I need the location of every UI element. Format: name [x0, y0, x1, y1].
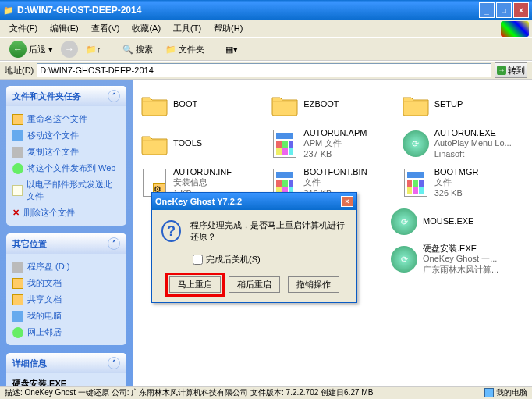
menu-view[interactable]: 查看(V): [85, 21, 126, 36]
chevron-up-icon: ˄: [108, 357, 120, 369]
file-icon: [271, 130, 299, 158]
windows-logo-icon: [501, 21, 529, 37]
rename-icon: [12, 114, 23, 125]
minimize-button[interactable]: _: [479, 2, 495, 18]
task-publish[interactable]: 将这个文件发布到 Web: [12, 160, 120, 176]
file-item[interactable]: ⟳硬盘安装.EXEOneKey Ghost 一...广东雨林木风计算...: [390, 242, 498, 276]
folder-icon: 📁: [3, 5, 14, 16]
file-item[interactable]: ⟳AUTORUN.EXEAutoPlay Menu Lo...Linasoft: [402, 126, 524, 161]
file-label: BOOT: [173, 99, 197, 109]
places-header[interactable]: 其它位置 ˄: [6, 233, 126, 254]
menu-help[interactable]: 帮助(H): [207, 21, 249, 36]
computer-icon: [484, 388, 494, 397]
window-titlebar: 📁 D:\WIN7-GHOST-DEEP-2014 _ □ ×: [0, 0, 532, 20]
menubar: 文件(F) 编辑(E) 查看(V) 收藏(A) 工具(T) 帮助(H): [0, 20, 532, 37]
dialog-title: OneKey Ghost Y7.2.2: [155, 197, 242, 206]
back-icon: ←: [9, 41, 27, 58]
shutdown-label: 完成后关机(S): [206, 254, 261, 265]
tasks-panel: 文件和文件夹任务 ˄ 重命名这个文件 移动这个文件 复制这个文件 将这个文件发布…: [6, 86, 126, 226]
detail-filename: 硬盘安装.EXE: [12, 378, 120, 386]
close-button[interactable]: ×: [513, 2, 529, 18]
computer-icon: [12, 311, 23, 322]
file-label: AUTORUN.EXEAutoPlay Menu Lo...Linasoft: [434, 128, 512, 159]
place-documents[interactable]: 我的文档: [12, 275, 120, 291]
address-input[interactable]: [37, 63, 491, 77]
restart-later-button[interactable]: 稍后重启: [229, 276, 280, 293]
status-location: 我的电脑: [484, 387, 527, 398]
folder-icon: [140, 91, 168, 119]
address-label: 地址(D): [5, 65, 34, 77]
menu-tools[interactable]: 工具(T): [167, 21, 207, 36]
file-label: SETUP: [434, 99, 463, 109]
forward-button[interactable]: →: [61, 41, 78, 58]
task-delete[interactable]: ✕删除这个文件: [12, 205, 120, 221]
app-icon: ⟳: [390, 208, 418, 236]
search-icon: 🔍: [122, 45, 133, 55]
folder-icon: [271, 91, 299, 119]
network-icon: [12, 327, 23, 338]
place-shared[interactable]: 共享文档: [12, 291, 120, 308]
file-label: AUTORUN.APMAPM 文件237 KB: [303, 128, 367, 159]
sidebar: 文件和文件夹任务 ˄ 重命名这个文件 移动这个文件 复制这个文件 将这个文件发布…: [0, 80, 133, 386]
menu-edit[interactable]: 编辑(E): [44, 21, 85, 36]
back-button[interactable]: ← 后退 ▾: [5, 38, 58, 60]
mail-icon: [12, 185, 23, 196]
file-item[interactable]: AUTORUN.APMAPM 文件237 KB: [271, 126, 393, 161]
places-panel: 其它位置 ˄ 程序盘 (D:) 我的文档 共享文档 我的电脑 网上邻居: [6, 233, 126, 345]
task-rename[interactable]: 重命名这个文件: [12, 111, 120, 127]
file-item[interactable]: BOOTMGR文件326 KB: [402, 166, 524, 200]
file-item[interactable]: EZBOOT: [271, 87, 393, 122]
shutdown-checkbox[interactable]: [193, 255, 203, 265]
file-item[interactable]: ⟳MOUSE.EXE: [390, 205, 473, 239]
folder-icon: [12, 294, 23, 305]
maximize-button[interactable]: □: [496, 2, 512, 18]
file-item[interactable]: TOOLS: [140, 126, 263, 161]
restart-now-button[interactable]: 马上重启: [169, 276, 221, 293]
tasks-header[interactable]: 文件和文件夹任务 ˄: [6, 86, 126, 106]
onekey-ghost-dialog: OneKey Ghost Y7.2.2 × ? 程序处理完成，是否马上重启计算机…: [151, 192, 357, 303]
dropdown-icon: ▾: [48, 45, 53, 55]
file-label: MOUSE.EXE: [423, 216, 473, 226]
task-email[interactable]: 以电子邮件形式发送此文件: [12, 176, 120, 205]
place-computer[interactable]: 我的电脑: [12, 308, 120, 324]
folders-button[interactable]: 📁 文件夹: [161, 41, 209, 58]
file-item[interactable]: BOOT: [140, 87, 263, 122]
dialog-message: 程序处理完成，是否马上重启计算机进行还原？: [190, 219, 347, 243]
folder-icon: [12, 278, 23, 289]
place-network[interactable]: 网上邻居: [12, 324, 120, 340]
go-icon: →: [497, 66, 506, 75]
file-item[interactable]: SETUP: [402, 87, 524, 122]
details-header[interactable]: 详细信息 ˄: [6, 353, 126, 373]
menu-file[interactable]: 文件(F): [3, 21, 44, 36]
file-label: TOOLS: [173, 138, 202, 148]
task-copy[interactable]: 复制这个文件: [12, 144, 120, 160]
cancel-button[interactable]: 撤销操作: [288, 276, 339, 293]
drive-icon: [12, 262, 23, 273]
statusbar: 描述: OneKey Ghost 一键还原 公司: 广东雨林木风计算机科技有限公…: [0, 386, 532, 399]
delete-icon: ✕: [12, 208, 20, 218]
file-label: EZBOOT: [303, 99, 339, 109]
status-text: 描述: OneKey Ghost 一键还原 公司: 广东雨林木风计算机科技有限公…: [5, 387, 373, 398]
file-icon: [402, 169, 430, 197]
web-icon: [12, 163, 23, 174]
folder-icon: [140, 130, 168, 158]
search-button[interactable]: 🔍 搜索: [118, 41, 158, 58]
go-button[interactable]: → 转到: [495, 62, 527, 78]
folder-icon: 📁: [165, 45, 176, 55]
copy-icon: [12, 147, 23, 158]
window-title: D:\WIN7-GHOST-DEEP-2014: [14, 5, 477, 16]
menu-favorites[interactable]: 收藏(A): [126, 21, 167, 36]
chevron-up-icon: ˄: [108, 90, 120, 102]
file-label: 硬盘安装.EXEOneKey Ghost 一...广东雨林木风计算...: [423, 244, 498, 275]
file-label: BOOTMGR文件326 KB: [434, 167, 479, 198]
app-icon: ⟳: [402, 130, 430, 158]
views-button[interactable]: ▦▾: [221, 42, 243, 57]
task-move[interactable]: 移动这个文件: [12, 127, 120, 144]
app-icon: ⟳: [390, 245, 418, 273]
place-drive[interactable]: 程序盘 (D:): [12, 258, 120, 275]
details-panel: 详细信息 ˄ 硬盘安装.EXE 应用程序 修改日期: 2014年4月20日, 8…: [6, 353, 126, 386]
up-button[interactable]: 📁↑: [81, 42, 106, 57]
move-icon: [12, 130, 23, 141]
dialog-titlebar[interactable]: OneKey Ghost Y7.2.2 ×: [152, 193, 356, 210]
dialog-close-button[interactable]: ×: [341, 196, 353, 207]
